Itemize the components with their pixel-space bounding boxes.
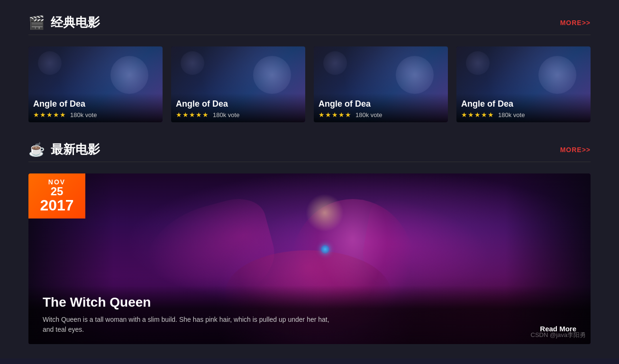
latest-divider [28,162,591,162]
movie-votes-2: 180k vote [213,111,239,118]
movie-title-4: Angle of Dea [461,99,586,109]
latest-more-link[interactable]: MORE>> [560,146,591,154]
coffee-icon: ☕ [28,142,45,157]
classic-more-link[interactable]: MORE>> [560,19,591,27]
movie-title-1: Angle of Dea [33,99,158,109]
movie-stars-4: ★★★★★ [461,111,494,118]
movie-card-3[interactable]: Angle of Dea ★★★★★ 180k vote [314,46,448,122]
movie-stars-1: ★★★★★ [33,111,66,118]
watermark: CSDN @java李阳勇 [531,331,586,339]
movie-card-2[interactable]: Angle of Dea ★★★★★ 180k vote [171,46,305,122]
date-day: 25 [51,186,64,197]
date-badge: NOV 25 2017 [28,173,85,218]
latest-section-header: ☕ 最新电影 MORE>> [28,141,591,158]
movie-votes-4: 180k vote [498,111,525,118]
featured-description: Witch Queen is a tall woman with a slim … [43,315,336,335]
classic-section-header: 🎬 经典电影 MORE>> [28,14,591,31]
movie-votes-1: 180k vote [70,111,97,118]
featured-movie[interactable]: NOV 25 2017 The Witch Queen Witch Queen … [28,173,591,344]
classic-title-group: 🎬 经典电影 [28,14,100,31]
latest-section: ☕ 最新电影 MORE>> [28,141,591,344]
featured-text: The Witch Queen Witch Queen is a tall wo… [43,295,336,335]
featured-content: The Witch Queen Witch Queen is a tall wo… [28,285,591,344]
movie-title-3: Angle of Dea [319,99,443,109]
film-icon: 🎬 [28,15,45,30]
date-year: 2017 [40,197,73,214]
movie-card-4[interactable]: Angle of Dea ★★★★★ 180k vote [456,46,591,122]
featured-title: The Witch Queen [43,295,336,310]
latest-title-group: ☕ 最新电影 [28,141,100,158]
movie-stars-3: ★★★★★ [319,111,352,118]
classic-movies-grid: Angle of Dea ★★★★★ 180k vote Angle of De… [28,46,591,122]
movie-card-1[interactable]: Angle of Dea ★★★★★ 180k vote [28,46,163,122]
classic-section-title: 经典电影 [51,14,100,31]
movie-stars-2: ★★★★★ [176,111,209,118]
classic-divider [28,35,591,35]
movie-votes-3: 180k vote [355,111,382,118]
movie-title-2: Angle of Dea [176,99,300,109]
latest-section-title: 最新电影 [51,141,100,158]
